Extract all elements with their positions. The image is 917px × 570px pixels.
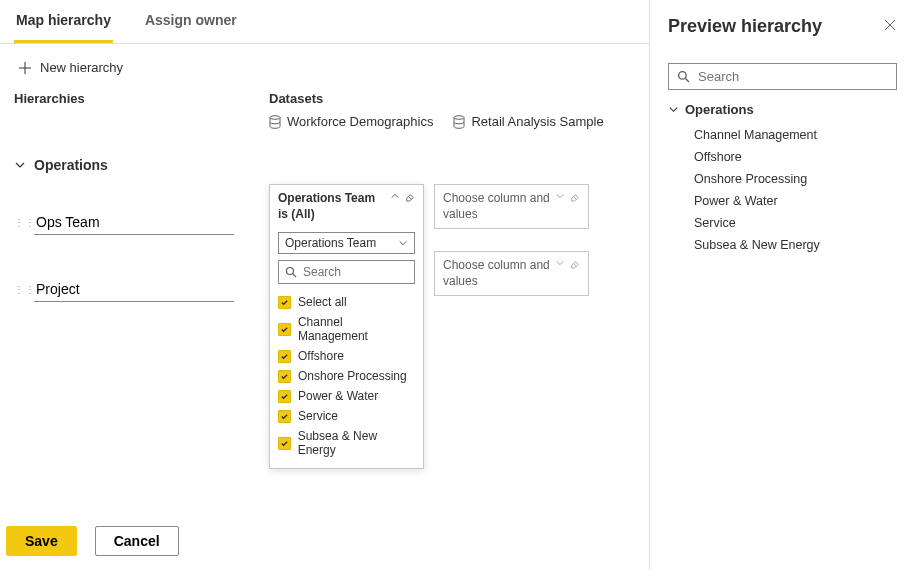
preview-item[interactable]: Offshore: [694, 146, 897, 168]
chevron-down-icon: [668, 104, 679, 115]
header-datasets: Datasets: [269, 91, 635, 106]
filter-option[interactable]: Power & Water: [278, 386, 415, 406]
level-name-input[interactable]: [34, 210, 234, 235]
checkbox-checked-icon: [278, 350, 291, 363]
svg-point-3: [454, 115, 464, 119]
close-icon[interactable]: [883, 18, 897, 35]
preview-item[interactable]: Power & Water: [694, 190, 897, 212]
choose-column-card[interactable]: Choose column and values: [434, 184, 589, 229]
dataset-label: Workforce Demographics: [287, 114, 433, 129]
filter-search-box: [278, 260, 415, 284]
dataset-item[interactable]: Workforce Demographics: [269, 114, 433, 129]
drag-handle-icon[interactable]: ⋮⋮: [14, 218, 26, 228]
preview-title: Preview hierarchy: [668, 16, 883, 37]
filter-title: Operations Team is (All): [278, 191, 386, 222]
hierarchy-level-row: ⋮⋮: [14, 210, 259, 235]
checkbox-checked-icon: [278, 296, 291, 309]
clear-filter-icon[interactable]: [569, 191, 580, 202]
filter-option[interactable]: Offshore: [278, 346, 415, 366]
cancel-button[interactable]: Cancel: [95, 526, 179, 556]
preview-item[interactable]: Service: [694, 212, 897, 234]
dataset-label: Retail Analysis Sample: [471, 114, 603, 129]
hierarchy-expander[interactable]: Operations: [14, 157, 108, 173]
filter-option[interactable]: Subsea & New Energy: [278, 426, 415, 460]
svg-line-6: [293, 274, 296, 277]
preview-root-expander[interactable]: Operations: [668, 102, 754, 117]
search-icon: [677, 70, 690, 83]
filter-option[interactable]: Service: [278, 406, 415, 426]
new-hierarchy-button[interactable]: New hierarchy: [14, 54, 127, 81]
new-hierarchy-label: New hierarchy: [40, 60, 123, 75]
chevron-down-icon: [555, 191, 565, 201]
filter-option[interactable]: Channel Management: [278, 312, 415, 346]
svg-line-12: [685, 78, 688, 81]
preview-item[interactable]: Channel Management: [694, 124, 897, 146]
dataset-item[interactable]: Retail Analysis Sample: [453, 114, 603, 129]
svg-point-5: [287, 268, 294, 275]
clear-filter-icon[interactable]: [569, 258, 580, 269]
checkbox-checked-icon: [278, 370, 291, 383]
filter-card-operations-team: Operations Team is (All) Operations Team: [269, 184, 424, 469]
svg-line-8: [574, 264, 577, 267]
choose-placeholder: Choose column and values: [443, 258, 551, 289]
chevron-down-icon: [14, 159, 26, 171]
filter-option-select-all[interactable]: Select all: [278, 292, 415, 312]
checkbox-checked-icon: [278, 410, 291, 423]
checkbox-checked-icon: [278, 437, 291, 450]
choose-column-card[interactable]: Choose column and values: [434, 251, 589, 296]
drag-handle-icon[interactable]: ⋮⋮: [14, 285, 26, 295]
checkbox-checked-icon: [278, 323, 291, 336]
dropdown-value: Operations Team: [285, 236, 398, 250]
tab-bar: Map hierarchy Assign owner: [0, 0, 649, 44]
clear-filter-icon[interactable]: [404, 191, 415, 202]
tab-map-hierarchy[interactable]: Map hierarchy: [14, 0, 113, 43]
save-button[interactable]: Save: [6, 526, 77, 556]
plus-icon: [18, 61, 32, 75]
preview-root-label: Operations: [685, 102, 754, 117]
tab-assign-owner[interactable]: Assign owner: [143, 0, 239, 43]
column-dropdown[interactable]: Operations Team: [278, 232, 415, 254]
preview-item[interactable]: Subsea & New Energy: [694, 234, 897, 256]
svg-point-11: [679, 72, 687, 80]
choose-placeholder: Choose column and values: [443, 191, 551, 222]
database-icon: [269, 115, 281, 129]
filter-options-list: Select all Channel Management Offshore O…: [270, 290, 423, 468]
collapse-icon[interactable]: [390, 191, 400, 201]
database-icon: [453, 115, 465, 129]
chevron-down-icon: [555, 258, 565, 268]
chevron-down-icon: [398, 238, 408, 248]
filter-option[interactable]: Onshore Processing: [278, 366, 415, 386]
preview-item[interactable]: Onshore Processing: [694, 168, 897, 190]
preview-search-box: [668, 63, 897, 90]
filter-search-input[interactable]: [301, 264, 408, 280]
checkbox-checked-icon: [278, 390, 291, 403]
svg-point-2: [270, 115, 280, 119]
svg-line-4: [409, 197, 412, 200]
hierarchy-name: Operations: [34, 157, 108, 173]
header-hierarchies: Hierarchies: [14, 91, 269, 129]
level-name-input[interactable]: [34, 277, 234, 302]
hierarchy-level-row: ⋮⋮: [14, 277, 259, 302]
preview-search-input[interactable]: [696, 68, 888, 85]
svg-line-7: [574, 197, 577, 200]
search-icon: [285, 266, 297, 278]
